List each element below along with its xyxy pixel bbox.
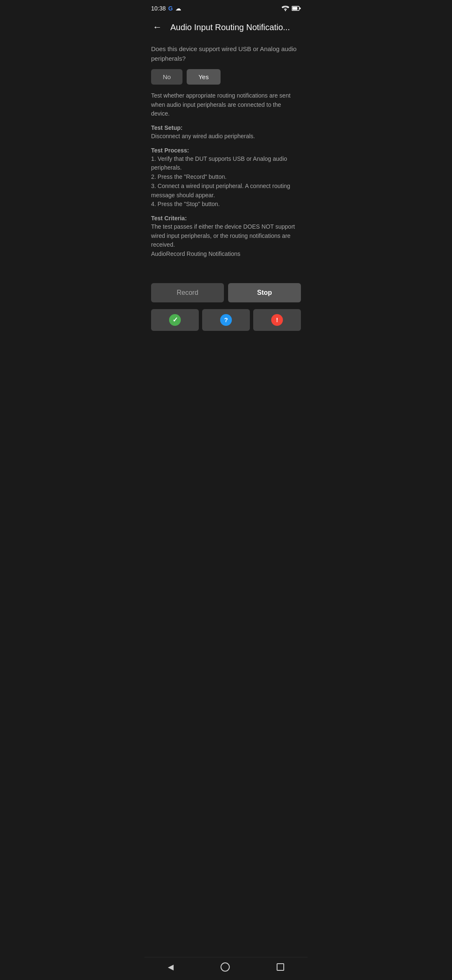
setup-body: Disconnect any wired audio peripherals. xyxy=(151,132,301,141)
pass-button[interactable]: ✓ xyxy=(151,309,199,331)
description-text: Test whether appropriate routing notific… xyxy=(151,91,301,119)
fail-button[interactable]: ! xyxy=(253,309,301,331)
yes-button[interactable]: Yes xyxy=(187,69,220,85)
process-body: 1. Verify that the DUT supports USB or A… xyxy=(151,155,301,209)
result-buttons-row: ✓ ? ! xyxy=(144,309,308,338)
pass-icon: ✓ xyxy=(169,314,181,326)
wifi-icon xyxy=(282,5,289,11)
action-buttons-row: Record Stop xyxy=(144,276,308,309)
back-button[interactable]: ← xyxy=(151,20,164,34)
yes-no-row: No Yes xyxy=(151,69,301,85)
status-time: 10:38 xyxy=(151,5,166,12)
google-icon: G xyxy=(168,5,173,12)
svg-rect-1 xyxy=(293,7,298,10)
header: ← Audio Input Routing Notificatio... xyxy=(144,15,308,41)
no-button[interactable]: No xyxy=(151,69,182,85)
svg-rect-2 xyxy=(300,8,301,9)
question-text: Does this device support wired USB or An… xyxy=(151,44,301,63)
record-button[interactable]: Record xyxy=(151,283,224,302)
process-title: Test Process: xyxy=(151,147,301,154)
criteria-body: The test passes if either the device DOE… xyxy=(151,222,301,259)
content: Does this device support wired USB or An… xyxy=(144,41,308,268)
status-bar: 10:38 G ☁ xyxy=(144,0,308,15)
fail-icon: ! xyxy=(271,314,283,326)
criteria-title: Test Criteria: xyxy=(151,215,301,222)
page-title: Audio Input Routing Notificatio... xyxy=(170,23,301,32)
status-left: 10:38 G ☁ xyxy=(151,5,181,12)
stop-button[interactable]: Stop xyxy=(228,283,301,302)
info-button[interactable]: ? xyxy=(202,309,250,331)
cloud-icon: ☁ xyxy=(175,5,181,12)
question-icon: ? xyxy=(220,314,232,326)
setup-title: Test Setup: xyxy=(151,124,301,131)
battery-icon xyxy=(292,5,301,11)
status-right xyxy=(282,5,301,11)
